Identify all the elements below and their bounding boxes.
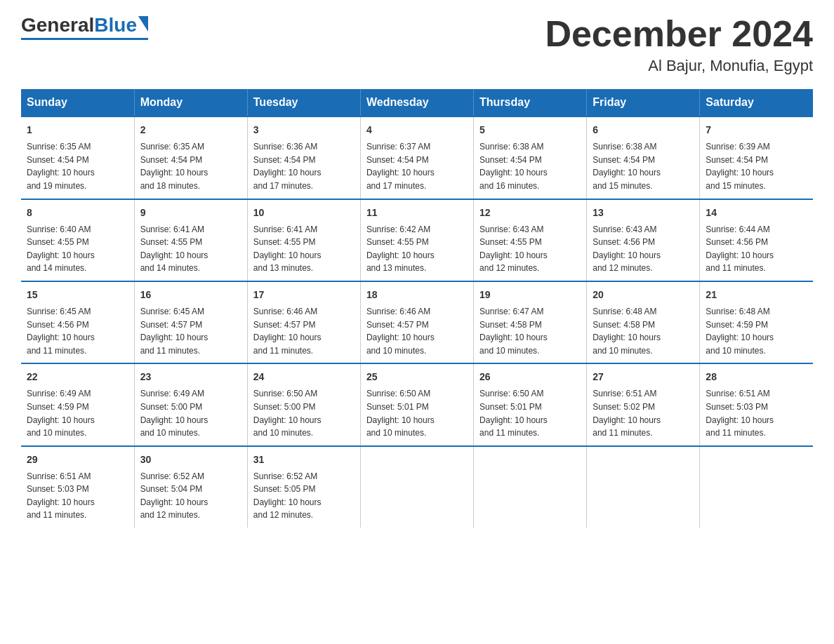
day-number: 20	[593, 288, 694, 302]
calendar-cell	[474, 446, 587, 528]
calendar-cell: 4Sunrise: 6:37 AMSunset: 4:54 PMDaylight…	[360, 116, 473, 199]
day-number: 1	[27, 123, 128, 137]
day-number: 28	[706, 370, 807, 384]
day-info: Sunrise: 6:46 AMSunset: 4:57 PMDaylight:…	[253, 305, 355, 357]
day-info: Sunrise: 6:50 AMSunset: 5:01 PMDaylight:…	[366, 387, 468, 439]
calendar-cell	[360, 446, 473, 528]
day-number: 7	[706, 123, 807, 137]
day-number: 31	[253, 452, 355, 467]
day-info: Sunrise: 6:38 AMSunset: 4:54 PMDaylight:…	[593, 140, 694, 192]
calendar-cell: 19Sunrise: 6:47 AMSunset: 4:58 PMDayligh…	[474, 281, 587, 363]
day-info: Sunrise: 6:52 AMSunset: 5:05 PMDaylight:…	[253, 470, 355, 522]
calendar-cell: 5Sunrise: 6:38 AMSunset: 4:54 PMDaylight…	[474, 116, 587, 199]
week-row-5: 29Sunrise: 6:51 AMSunset: 5:03 PMDayligh…	[21, 446, 813, 528]
day-info: Sunrise: 6:50 AMSunset: 5:00 PMDaylight:…	[253, 387, 355, 439]
calendar-cell: 8Sunrise: 6:40 AMSunset: 4:55 PMDaylight…	[21, 199, 134, 281]
calendar-cell: 24Sunrise: 6:50 AMSunset: 5:00 PMDayligh…	[247, 363, 360, 445]
day-number: 25	[366, 370, 468, 384]
day-number: 26	[479, 370, 581, 384]
calendar-body: 1Sunrise: 6:35 AMSunset: 4:54 PMDaylight…	[21, 116, 813, 528]
day-number: 22	[27, 370, 128, 384]
calendar-cell: 13Sunrise: 6:43 AMSunset: 4:56 PMDayligh…	[587, 199, 700, 281]
calendar-cell: 25Sunrise: 6:50 AMSunset: 5:01 PMDayligh…	[360, 363, 473, 445]
day-info: Sunrise: 6:35 AMSunset: 4:54 PMDaylight:…	[140, 140, 241, 192]
calendar-cell: 30Sunrise: 6:52 AMSunset: 5:04 PMDayligh…	[134, 446, 247, 528]
day-info: Sunrise: 6:45 AMSunset: 4:57 PMDaylight:…	[140, 305, 241, 357]
day-number: 19	[479, 288, 581, 302]
day-info: Sunrise: 6:43 AMSunset: 4:56 PMDaylight:…	[593, 223, 694, 275]
day-header-sunday: Sunday	[21, 89, 134, 116]
calendar-cell: 2Sunrise: 6:35 AMSunset: 4:54 PMDaylight…	[134, 116, 247, 199]
logo-blue-text: Blue	[94, 14, 137, 36]
week-row-2: 8Sunrise: 6:40 AMSunset: 4:55 PMDaylight…	[21, 199, 813, 281]
calendar-cell: 27Sunrise: 6:51 AMSunset: 5:02 PMDayligh…	[587, 363, 700, 445]
day-info: Sunrise: 6:49 AMSunset: 4:59 PMDaylight:…	[27, 387, 128, 439]
calendar-cell	[587, 446, 700, 528]
calendar-cell	[700, 446, 813, 528]
day-info: Sunrise: 6:47 AMSunset: 4:58 PMDaylight:…	[479, 305, 581, 357]
day-number: 24	[253, 370, 355, 384]
week-row-3: 15Sunrise: 6:45 AMSunset: 4:56 PMDayligh…	[21, 281, 813, 363]
calendar-cell: 3Sunrise: 6:36 AMSunset: 4:54 PMDaylight…	[247, 116, 360, 199]
logo: General Blue	[21, 14, 148, 40]
day-number: 23	[140, 370, 241, 384]
calendar-cell: 31Sunrise: 6:52 AMSunset: 5:05 PMDayligh…	[247, 446, 360, 528]
title-section: December 2024 Al Bajur, Monufia, Egypt	[545, 14, 813, 75]
calendar-cell: 23Sunrise: 6:49 AMSunset: 5:00 PMDayligh…	[134, 363, 247, 445]
calendar-cell: 26Sunrise: 6:50 AMSunset: 5:01 PMDayligh…	[474, 363, 587, 445]
calendar-header: SundayMondayTuesdayWednesdayThursdayFrid…	[21, 89, 813, 116]
calendar-cell: 12Sunrise: 6:43 AMSunset: 4:55 PMDayligh…	[474, 199, 587, 281]
day-info: Sunrise: 6:52 AMSunset: 5:04 PMDaylight:…	[140, 470, 241, 522]
day-header-tuesday: Tuesday	[247, 89, 360, 116]
day-info: Sunrise: 6:40 AMSunset: 4:55 PMDaylight:…	[27, 223, 128, 275]
calendar-cell: 20Sunrise: 6:48 AMSunset: 4:58 PMDayligh…	[587, 281, 700, 363]
calendar-table: SundayMondayTuesdayWednesdayThursdayFrid…	[21, 89, 813, 528]
header-row: SundayMondayTuesdayWednesdayThursdayFrid…	[21, 89, 813, 116]
day-info: Sunrise: 6:49 AMSunset: 5:00 PMDaylight:…	[140, 387, 241, 439]
calendar-cell: 9Sunrise: 6:41 AMSunset: 4:55 PMDaylight…	[134, 199, 247, 281]
day-number: 3	[253, 123, 355, 137]
day-number: 15	[27, 288, 128, 302]
calendar-cell: 14Sunrise: 6:44 AMSunset: 4:56 PMDayligh…	[700, 199, 813, 281]
day-number: 21	[706, 288, 807, 302]
day-number: 27	[593, 370, 694, 384]
day-info: Sunrise: 6:46 AMSunset: 4:57 PMDaylight:…	[366, 305, 468, 357]
calendar-cell: 28Sunrise: 6:51 AMSunset: 5:03 PMDayligh…	[700, 363, 813, 445]
day-number: 11	[366, 206, 468, 220]
day-info: Sunrise: 6:35 AMSunset: 4:54 PMDaylight:…	[27, 140, 128, 192]
day-number: 30	[140, 452, 241, 467]
day-number: 4	[366, 123, 468, 137]
calendar-cell: 22Sunrise: 6:49 AMSunset: 4:59 PMDayligh…	[21, 363, 134, 445]
day-info: Sunrise: 6:45 AMSunset: 4:56 PMDaylight:…	[27, 305, 128, 357]
calendar-cell: 7Sunrise: 6:39 AMSunset: 4:54 PMDaylight…	[700, 116, 813, 199]
day-info: Sunrise: 6:38 AMSunset: 4:54 PMDaylight:…	[479, 140, 581, 192]
day-number: 16	[140, 288, 241, 302]
calendar-cell: 6Sunrise: 6:38 AMSunset: 4:54 PMDaylight…	[587, 116, 700, 199]
day-info: Sunrise: 6:43 AMSunset: 4:55 PMDaylight:…	[479, 223, 581, 275]
calendar-cell: 11Sunrise: 6:42 AMSunset: 4:55 PMDayligh…	[360, 199, 473, 281]
logo-underline	[21, 38, 148, 40]
day-header-saturday: Saturday	[700, 89, 813, 116]
calendar-cell: 17Sunrise: 6:46 AMSunset: 4:57 PMDayligh…	[247, 281, 360, 363]
day-number: 13	[593, 206, 694, 220]
day-info: Sunrise: 6:42 AMSunset: 4:55 PMDaylight:…	[366, 223, 468, 275]
day-number: 14	[706, 206, 807, 220]
day-info: Sunrise: 6:51 AMSunset: 5:03 PMDaylight:…	[706, 387, 807, 439]
day-info: Sunrise: 6:41 AMSunset: 4:55 PMDaylight:…	[140, 223, 241, 275]
day-info: Sunrise: 6:41 AMSunset: 4:55 PMDaylight:…	[253, 223, 355, 275]
day-number: 6	[593, 123, 694, 137]
day-info: Sunrise: 6:48 AMSunset: 4:59 PMDaylight:…	[706, 305, 807, 357]
day-info: Sunrise: 6:44 AMSunset: 4:56 PMDaylight:…	[706, 223, 807, 275]
calendar-cell: 1Sunrise: 6:35 AMSunset: 4:54 PMDaylight…	[21, 116, 134, 199]
calendar-title: December 2024	[545, 14, 813, 54]
day-number: 9	[140, 206, 241, 220]
day-header-wednesday: Wednesday	[360, 89, 473, 116]
day-info: Sunrise: 6:39 AMSunset: 4:54 PMDaylight:…	[706, 140, 807, 192]
day-info: Sunrise: 6:36 AMSunset: 4:54 PMDaylight:…	[253, 140, 355, 192]
day-number: 17	[253, 288, 355, 302]
calendar-cell: 21Sunrise: 6:48 AMSunset: 4:59 PMDayligh…	[700, 281, 813, 363]
day-header-monday: Monday	[134, 89, 247, 116]
day-number: 5	[479, 123, 581, 137]
page-header: General Blue December 2024 Al Bajur, Mon…	[21, 14, 813, 75]
calendar-cell: 15Sunrise: 6:45 AMSunset: 4:56 PMDayligh…	[21, 281, 134, 363]
